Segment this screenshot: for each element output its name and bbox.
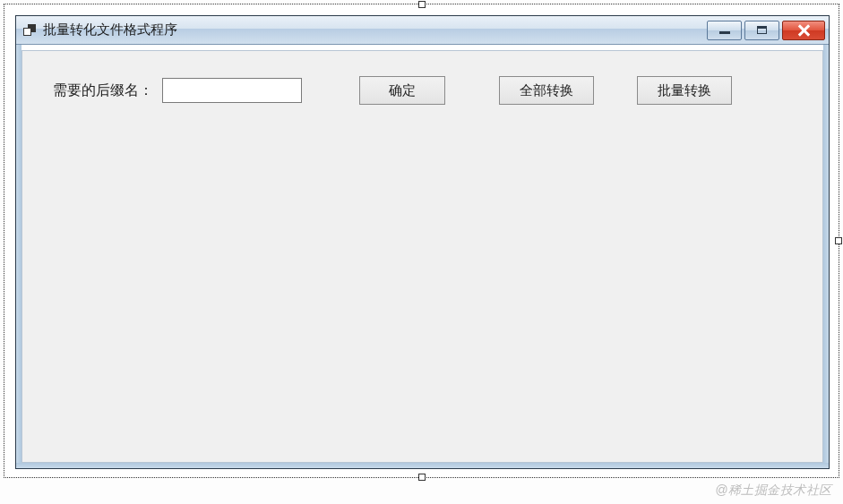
convert-batch-button[interactable]: 批量转换 bbox=[637, 76, 732, 105]
minimize-button[interactable] bbox=[707, 21, 742, 40]
form-row: 需要的后缀名： 确定 全部转换 批量转换 bbox=[53, 76, 792, 105]
application-window: 批量转化文件格式程序 需要的后缀名： 确定 bbox=[15, 15, 830, 469]
confirm-button[interactable]: 确定 bbox=[359, 76, 445, 105]
minimize-icon bbox=[719, 31, 730, 34]
selection-handle-right[interactable] bbox=[835, 237, 842, 244]
frame-border-bottom bbox=[16, 463, 829, 468]
extension-label: 需要的后缀名： bbox=[53, 81, 153, 100]
close-button[interactable] bbox=[782, 21, 825, 40]
extension-input[interactable] bbox=[162, 78, 302, 103]
app-icon bbox=[23, 23, 38, 38]
client-area: 需要的后缀名： 确定 全部转换 批量转换 bbox=[22, 50, 823, 463]
window-title: 批量转化文件格式程序 bbox=[43, 21, 707, 38]
maximize-button[interactable] bbox=[744, 21, 779, 40]
close-icon bbox=[797, 24, 810, 37]
convert-all-button[interactable]: 全部转换 bbox=[499, 76, 594, 105]
window-controls bbox=[707, 21, 825, 40]
frame-border-right bbox=[823, 45, 829, 468]
titlebar[interactable]: 批量转化文件格式程序 bbox=[16, 16, 829, 45]
selection-handle-top[interactable] bbox=[418, 1, 426, 8]
designer-surface: 批量转化文件格式程序 需要的后缀名： 确定 bbox=[4, 4, 839, 478]
selection-handle-bottom[interactable] bbox=[418, 474, 426, 481]
maximize-icon bbox=[757, 26, 767, 34]
watermark: @稀土掘金技术社区 bbox=[715, 483, 832, 499]
